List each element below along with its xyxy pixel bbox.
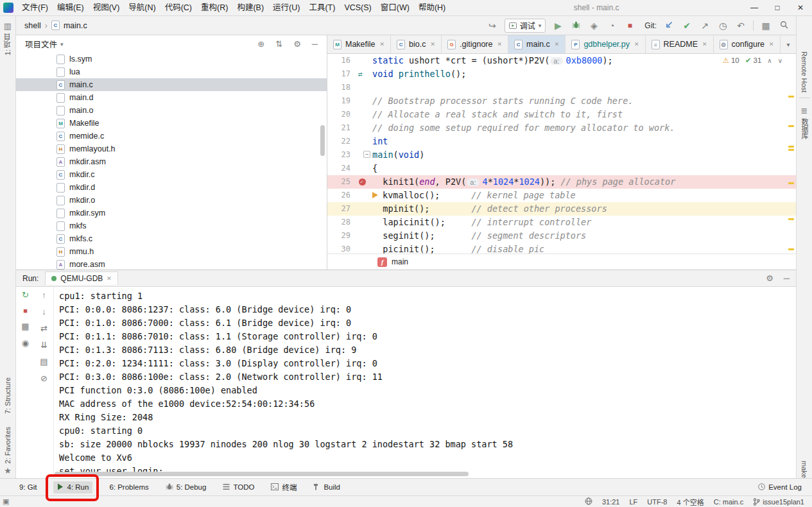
tree-row-mkfs[interactable]: mkfs xyxy=(16,219,327,232)
close-icon[interactable]: ✕ xyxy=(431,41,436,47)
navigate-icon[interactable]: ↪ xyxy=(487,19,498,32)
chevron-down-icon[interactable]: ▾ xyxy=(60,41,64,47)
code-line-17[interactable]: 17⇄void printhello(); xyxy=(327,67,796,81)
proxy-globe-icon[interactable] xyxy=(585,497,592,506)
toolwindow-button-5-debug[interactable]: 5: Debug xyxy=(166,483,207,492)
tree-row-main-o[interactable]: main.o xyxy=(16,104,327,117)
breadcrumb-file[interactable]: main.c xyxy=(64,21,87,30)
inspection-widget[interactable]: ⚠ 10 ✔ 31 ∧ ∨ xyxy=(720,56,784,65)
menu-item-帮助-h[interactable]: 帮助(H) xyxy=(414,0,450,15)
toolwindow-button-todo[interactable]: TODO xyxy=(223,483,254,492)
tree-row-main-d[interactable]: main.d xyxy=(16,91,327,104)
print-icon[interactable]: ▤ xyxy=(40,357,48,366)
tree-row-more-asm[interactable]: more.asm xyxy=(16,258,327,270)
next-issue-icon[interactable]: ∨ xyxy=(778,57,782,64)
scroll-to-end-icon[interactable]: ⇊ xyxy=(40,340,48,350)
git-branch[interactable]: issue15plan1 xyxy=(753,498,804,506)
prev-issue-icon[interactable]: ∧ xyxy=(767,57,772,64)
tree-row-memlayout-h[interactable]: memlayout.h xyxy=(16,142,327,155)
close-icon[interactable]: ✕ xyxy=(634,41,639,47)
project-view-title[interactable]: 项目文件 xyxy=(25,38,57,50)
file-encoding[interactable]: UTF-8 xyxy=(647,498,667,506)
menu-item-视图-v[interactable]: 视图(V) xyxy=(89,0,125,15)
menu-item-运行-u[interactable]: 运行(U) xyxy=(268,0,304,15)
code-line-23[interactable]: 23−main(void) xyxy=(327,148,796,162)
star-icon[interactable]: ★ xyxy=(4,466,12,476)
code-line-29[interactable]: 29 seginit(); // segment descriptors xyxy=(327,229,796,243)
tree-row-mkdir-d[interactable]: mkdir.d xyxy=(16,181,327,194)
editor-tab-main-c[interactable]: main.c✕ xyxy=(508,35,566,53)
menu-item-窗口-w[interactable]: 窗口(W) xyxy=(376,0,414,15)
code-editor[interactable]: 16static ushort *crt = (ushort*)P2V(a:0x… xyxy=(327,54,796,254)
collapse-all-icon[interactable]: ⇅ xyxy=(275,39,282,49)
menu-item-工具-t[interactable]: 工具(T) xyxy=(304,0,340,15)
toolwindow-button-build[interactable]: Build xyxy=(313,483,340,492)
menu-item-导航-n[interactable]: 导航(N) xyxy=(124,0,160,15)
console-output[interactable]: cpu1: starting 1PCI: 0:0.0: 8086:1237: c… xyxy=(54,287,796,478)
breakpoint-icon[interactable] xyxy=(359,178,366,185)
run-tab-qemu-gdb[interactable]: QEMU-GDB ✕ xyxy=(45,271,118,285)
file-context[interactable]: C: main.c xyxy=(714,498,743,506)
project-scrollbar[interactable] xyxy=(320,125,325,156)
git-push-icon[interactable]: ↗ xyxy=(699,19,711,32)
toolwindow-button-6-problems[interactable]: 6: Problems xyxy=(109,483,148,491)
caret-position[interactable]: 31:21 xyxy=(602,498,620,506)
hide-panel-icon[interactable]: ─ xyxy=(312,39,318,49)
gear-icon[interactable]: ⚙ xyxy=(293,39,301,49)
history-icon[interactable]: ◷ xyxy=(717,19,729,32)
tree-row-mkfs-c[interactable]: mkfs.c xyxy=(16,232,327,245)
profiler-button[interactable]: ◔ xyxy=(606,19,618,32)
code-line-26[interactable]: 26kvmalloc(); // kernel page table xyxy=(327,189,796,202)
code-line-19[interactable]: 19// Bootstrap processor starts running … xyxy=(327,94,796,108)
editor-tab-makefile[interactable]: Makefile✕ xyxy=(327,35,391,53)
git-update-icon[interactable] xyxy=(663,19,675,32)
maximize-button[interactable]: □ xyxy=(766,0,789,15)
up-stack-icon[interactable]: ↑ xyxy=(42,290,46,300)
indent-style[interactable]: 4 个空格 xyxy=(677,497,704,507)
code-line-25[interactable]: 25 kinit1(end, P2V(a:4*1024*1024)); // p… xyxy=(327,175,796,189)
rollback-icon[interactable]: ↶ xyxy=(735,19,747,32)
pin-tab-icon[interactable]: ◉ xyxy=(22,338,29,348)
toolwindow-button-终端[interactable]: 终端 xyxy=(271,482,297,492)
down-stack-icon[interactable]: ↓ xyxy=(42,307,46,316)
code-line-18[interactable]: 18 xyxy=(327,81,796,94)
console-hscrollbar[interactable] xyxy=(55,472,469,476)
menu-item-构建-b[interactable]: 构建(B) xyxy=(232,0,268,15)
toolwindow-toggle-icon[interactable]: ▣ xyxy=(3,497,9,506)
code-line-30[interactable]: 30 picinit(); // disable pic xyxy=(327,243,796,254)
menu-item-文件-f[interactable]: 文件(F) xyxy=(17,0,53,15)
locate-file-icon[interactable]: ⊕ xyxy=(257,39,264,49)
tree-row-makefile[interactable]: Makefile xyxy=(16,117,327,130)
close-icon[interactable]: ✕ xyxy=(769,41,774,47)
menu-item-vcs-s[interactable]: VCS(S) xyxy=(340,0,376,15)
sidebar-item-favorites[interactable]: 2: Favorites xyxy=(4,427,12,463)
project-tool-icon[interactable]: ▥ xyxy=(4,21,12,31)
tree-row-lua[interactable]: lua xyxy=(16,65,327,78)
soft-wrap-icon[interactable]: ⇄ xyxy=(40,323,48,333)
code-line-20[interactable]: 20// Allocate a real stack and switch to… xyxy=(327,108,796,121)
rerun-button[interactable]: ↻ xyxy=(22,290,29,300)
close-icon[interactable]: ✕ xyxy=(555,41,560,47)
related-symbol-icon[interactable]: ⇄ xyxy=(358,67,363,81)
tree-row-main-c[interactable]: main.c xyxy=(16,78,327,91)
gear-icon[interactable]: ⚙ xyxy=(766,273,773,283)
search-everywhere-icon[interactable] xyxy=(778,19,790,32)
sidebar-item-make[interactable]: make xyxy=(800,461,808,478)
toolwindow-button-4-run[interactable]: 4: Run xyxy=(53,481,92,494)
code-line-28[interactable]: 28 lapicinit(); // interrupt controller xyxy=(327,216,796,229)
minimize-button[interactable]: — xyxy=(743,0,766,15)
tree-row-mkdir-sym[interactable]: mkdir.sym xyxy=(16,207,327,219)
hide-panel-icon[interactable]: ─ xyxy=(784,273,790,283)
toolwindow-button-9-git[interactable]: 9: Git xyxy=(19,483,37,491)
tree-row-memide-c[interactable]: memide.c xyxy=(16,130,327,142)
tree-row-mkdir-asm[interactable]: mkdir.asm xyxy=(16,155,327,168)
tree-row-mmu-h[interactable]: mmu.h xyxy=(16,245,327,258)
tree-row-ls-sym[interactable]: ls.sym xyxy=(16,53,327,65)
menu-item-编辑-e[interactable]: 编辑(E) xyxy=(53,0,89,15)
restore-layout-icon[interactable]: ▦ xyxy=(21,322,29,331)
console-toggle-icon[interactable]: ▦ xyxy=(760,19,772,32)
clear-console-icon[interactable]: ⊘ xyxy=(40,374,48,383)
toolwindow-button-event-log[interactable]: Event Log xyxy=(758,483,802,492)
tree-row-mkdir-o[interactable]: mkdir.o xyxy=(16,194,327,207)
git-commit-icon[interactable]: ✔ xyxy=(681,19,693,32)
